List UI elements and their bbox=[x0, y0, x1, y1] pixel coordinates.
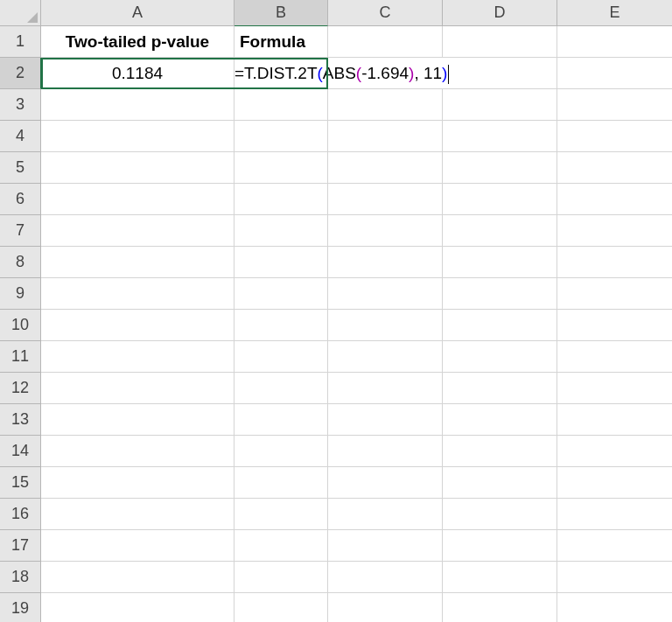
cell-D15[interactable] bbox=[443, 467, 557, 499]
cell-A5[interactable] bbox=[41, 152, 234, 184]
cell-D2[interactable] bbox=[443, 58, 557, 89]
row-header-15[interactable]: 15 bbox=[0, 467, 41, 499]
formula-editor[interactable]: =T.DIST.2T(ABS(-1.694), 11) bbox=[234, 58, 451, 88]
cell-A6[interactable] bbox=[41, 184, 234, 215]
cell-D11[interactable] bbox=[443, 341, 557, 373]
cell-B9[interactable] bbox=[234, 278, 328, 310]
cell-D4[interactable] bbox=[443, 121, 557, 152]
row-header-2[interactable]: 2 bbox=[0, 58, 41, 89]
cell-E1[interactable] bbox=[557, 26, 672, 58]
column-header-E[interactable]: E bbox=[557, 0, 672, 26]
cell-A18[interactable] bbox=[41, 562, 234, 593]
cell-E12[interactable] bbox=[557, 373, 672, 404]
cell-C14[interactable] bbox=[328, 436, 443, 467]
cell-E5[interactable] bbox=[557, 152, 672, 184]
cell-E8[interactable] bbox=[557, 247, 672, 278]
cell-D19[interactable] bbox=[443, 593, 557, 622]
cell-B16[interactable] bbox=[234, 499, 328, 530]
cell-D18[interactable] bbox=[443, 562, 557, 593]
cell-B17[interactable] bbox=[234, 530, 328, 562]
row-header-18[interactable]: 18 bbox=[0, 562, 41, 593]
row-header-6[interactable]: 6 bbox=[0, 184, 41, 215]
cell-C19[interactable] bbox=[328, 593, 443, 622]
cell-B6[interactable] bbox=[234, 184, 328, 215]
cell-E19[interactable] bbox=[557, 593, 672, 622]
column-header-B[interactable]: B bbox=[234, 0, 328, 26]
row-header-5[interactable]: 5 bbox=[0, 152, 41, 184]
row-header-3[interactable]: 3 bbox=[0, 89, 41, 121]
cell-B2[interactable]: =T.DIST.2T(ABS(-1.694), 11) bbox=[234, 58, 328, 89]
row-header-14[interactable]: 14 bbox=[0, 436, 41, 467]
cell-D1[interactable] bbox=[443, 26, 557, 58]
cell-E14[interactable] bbox=[557, 436, 672, 467]
cell-B10[interactable] bbox=[234, 310, 328, 341]
row-header-9[interactable]: 9 bbox=[0, 278, 41, 310]
select-all-corner[interactable] bbox=[0, 0, 41, 26]
cell-C3[interactable] bbox=[328, 89, 443, 121]
cell-A19[interactable] bbox=[41, 593, 234, 622]
cell-A14[interactable] bbox=[41, 436, 234, 467]
cell-C11[interactable] bbox=[328, 341, 443, 373]
cell-C1[interactable] bbox=[328, 26, 443, 58]
cell-A3[interactable] bbox=[41, 89, 234, 121]
cell-B1[interactable]: Formula bbox=[234, 26, 328, 58]
cell-A7[interactable] bbox=[41, 215, 234, 247]
cell-D16[interactable] bbox=[443, 499, 557, 530]
cell-B12[interactable] bbox=[234, 373, 328, 404]
cell-C12[interactable] bbox=[328, 373, 443, 404]
cell-D3[interactable] bbox=[443, 89, 557, 121]
cell-D13[interactable] bbox=[443, 404, 557, 436]
row-header-13[interactable]: 13 bbox=[0, 404, 41, 436]
row-header-11[interactable]: 11 bbox=[0, 341, 41, 373]
cell-D14[interactable] bbox=[443, 436, 557, 467]
cell-D9[interactable] bbox=[443, 278, 557, 310]
cell-B8[interactable] bbox=[234, 247, 328, 278]
cell-E9[interactable] bbox=[557, 278, 672, 310]
row-header-17[interactable]: 17 bbox=[0, 530, 41, 562]
cell-D7[interactable] bbox=[443, 215, 557, 247]
cell-D5[interactable] bbox=[443, 152, 557, 184]
cell-B14[interactable] bbox=[234, 436, 328, 467]
row-header-7[interactable]: 7 bbox=[0, 215, 41, 247]
cell-A1[interactable]: Two-tailed p-value bbox=[41, 26, 234, 58]
column-header-D[interactable]: D bbox=[443, 0, 557, 26]
row-header-8[interactable]: 8 bbox=[0, 247, 41, 278]
cell-D6[interactable] bbox=[443, 184, 557, 215]
cell-C15[interactable] bbox=[328, 467, 443, 499]
cell-C17[interactable] bbox=[328, 530, 443, 562]
column-header-C[interactable]: C bbox=[328, 0, 443, 26]
cell-C18[interactable] bbox=[328, 562, 443, 593]
cell-A11[interactable] bbox=[41, 341, 234, 373]
cell-D12[interactable] bbox=[443, 373, 557, 404]
cell-E6[interactable] bbox=[557, 184, 672, 215]
cell-B13[interactable] bbox=[234, 404, 328, 436]
cell-A8[interactable] bbox=[41, 247, 234, 278]
cell-B19[interactable] bbox=[234, 593, 328, 622]
cell-E4[interactable] bbox=[557, 121, 672, 152]
cell-B3[interactable] bbox=[234, 89, 328, 121]
cell-D10[interactable] bbox=[443, 310, 557, 341]
cell-B7[interactable] bbox=[234, 215, 328, 247]
cell-C13[interactable] bbox=[328, 404, 443, 436]
cell-E13[interactable] bbox=[557, 404, 672, 436]
cell-A12[interactable] bbox=[41, 373, 234, 404]
cell-E15[interactable] bbox=[557, 467, 672, 499]
cell-A2[interactable]: 0.1184 bbox=[41, 58, 234, 89]
cell-A10[interactable] bbox=[41, 310, 234, 341]
cell-E16[interactable] bbox=[557, 499, 672, 530]
row-header-12[interactable]: 12 bbox=[0, 373, 41, 404]
row-header-1[interactable]: 1 bbox=[0, 26, 41, 58]
cell-B4[interactable] bbox=[234, 121, 328, 152]
row-header-10[interactable]: 10 bbox=[0, 310, 41, 341]
cell-E11[interactable] bbox=[557, 341, 672, 373]
cell-C4[interactable] bbox=[328, 121, 443, 152]
cell-E10[interactable] bbox=[557, 310, 672, 341]
cell-E3[interactable] bbox=[557, 89, 672, 121]
cell-C10[interactable] bbox=[328, 310, 443, 341]
cell-B18[interactable] bbox=[234, 562, 328, 593]
cell-A13[interactable] bbox=[41, 404, 234, 436]
cell-D17[interactable] bbox=[443, 530, 557, 562]
cell-D8[interactable] bbox=[443, 247, 557, 278]
cell-C6[interactable] bbox=[328, 184, 443, 215]
cell-E17[interactable] bbox=[557, 530, 672, 562]
